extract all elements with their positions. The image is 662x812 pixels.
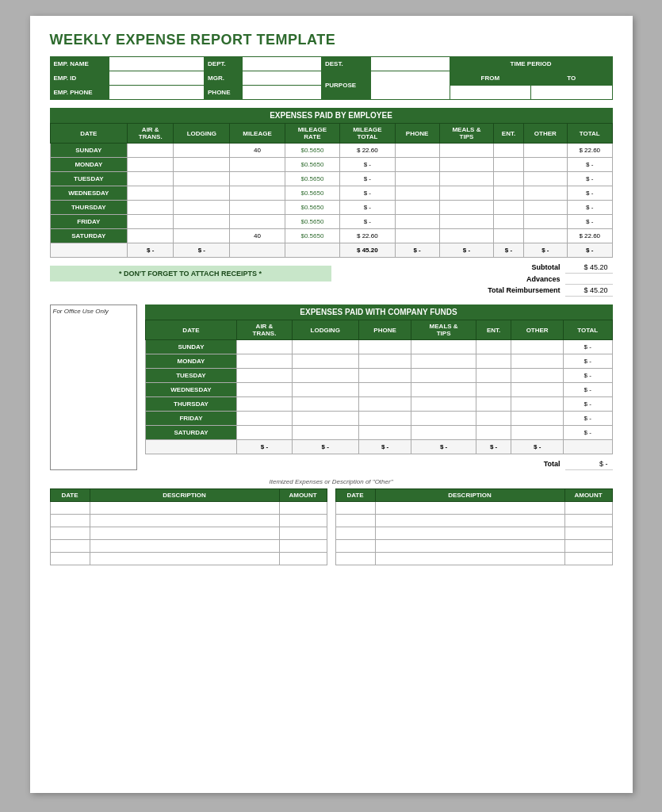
co-other-cell[interactable] [511,397,564,412]
lodging-cell[interactable] [174,172,230,186]
lodging-cell[interactable] [174,229,230,243]
item-date[interactable] [50,553,90,565]
ent-cell[interactable] [494,201,523,215]
co-air-cell[interactable] [237,383,292,397]
item-date[interactable] [335,515,375,527]
co-ent-cell[interactable] [476,397,511,412]
to-value[interactable] [531,86,612,100]
phone-value[interactable] [242,86,321,100]
lodging-cell[interactable] [174,158,230,172]
co-air-cell[interactable] [237,354,292,369]
co-air-cell[interactable] [237,426,292,440]
item-date[interactable] [50,515,90,527]
mileage-cell[interactable] [230,215,285,229]
phone-cell[interactable] [395,201,439,215]
co-lodging-cell[interactable] [292,354,358,369]
co-lodging-cell[interactable] [292,383,358,397]
item-amount[interactable] [564,515,612,527]
item-date[interactable] [335,540,375,553]
other-cell[interactable] [523,144,567,158]
item-desc[interactable] [375,527,564,540]
co-phone-cell[interactable] [358,397,411,412]
co-ent-cell[interactable] [476,426,511,440]
phone-cell[interactable] [395,172,439,186]
co-phone-cell[interactable] [358,412,411,426]
lodging-cell[interactable] [174,144,230,158]
ent-cell[interactable] [494,144,523,158]
co-phone-cell[interactable] [358,354,411,369]
co-phone-cell[interactable] [358,383,411,397]
lodging-cell[interactable] [174,201,230,215]
co-meals-cell[interactable] [411,340,476,354]
air-cell[interactable] [128,229,174,243]
item-desc[interactable] [90,515,279,527]
emp-id-value[interactable] [109,71,205,86]
item-amount[interactable] [564,540,612,553]
air-cell[interactable] [128,186,174,201]
co-other-cell[interactable] [511,340,564,354]
co-phone-cell[interactable] [358,340,411,354]
phone-cell[interactable] [395,158,439,172]
co-ent-cell[interactable] [476,383,511,397]
dept-value[interactable] [242,57,321,71]
co-meals-cell[interactable] [411,426,476,440]
co-meals-cell[interactable] [411,369,476,383]
co-lodging-cell[interactable] [292,426,358,440]
item-amount[interactable] [279,553,327,565]
co-ent-cell[interactable] [476,412,511,426]
meals-cell[interactable] [439,229,494,243]
ent-cell[interactable] [494,172,523,186]
mileage-cell[interactable] [230,201,285,215]
co-lodging-cell[interactable] [292,397,358,412]
ent-cell[interactable] [494,186,523,201]
item-desc[interactable] [375,515,564,527]
co-ent-cell[interactable] [476,354,511,369]
advances-value[interactable] [565,274,613,285]
air-cell[interactable] [128,201,174,215]
other-cell[interactable] [523,158,567,172]
co-meals-cell[interactable] [411,397,476,412]
lodging-cell[interactable] [174,215,230,229]
meals-cell[interactable] [439,158,494,172]
item-desc[interactable] [90,540,279,553]
item-amount[interactable] [279,502,327,515]
meals-cell[interactable] [439,186,494,201]
mileage-cell[interactable] [230,172,285,186]
air-cell[interactable] [128,158,174,172]
emp-name-value[interactable] [109,57,205,71]
co-other-cell[interactable] [511,354,564,369]
other-cell[interactable] [523,201,567,215]
co-phone-cell[interactable] [358,426,411,440]
item-amount[interactable] [279,540,327,553]
item-desc[interactable] [375,540,564,553]
co-air-cell[interactable] [237,412,292,426]
co-lodging-cell[interactable] [292,369,358,383]
meals-cell[interactable] [439,172,494,186]
item-amount[interactable] [279,515,327,527]
lodging-cell[interactable] [174,186,230,201]
phone-cell[interactable] [395,144,439,158]
item-desc[interactable] [90,502,279,515]
item-amount[interactable] [564,553,612,565]
co-ent-cell[interactable] [476,369,511,383]
item-date[interactable] [335,527,375,540]
item-date[interactable] [50,502,90,515]
item-amount[interactable] [564,502,612,515]
air-cell[interactable] [128,172,174,186]
other-cell[interactable] [523,215,567,229]
dest-value[interactable] [370,57,450,71]
item-amount[interactable] [564,527,612,540]
ent-cell[interactable] [494,229,523,243]
item-date[interactable] [335,502,375,515]
co-other-cell[interactable] [511,426,564,440]
co-air-cell[interactable] [237,340,292,354]
mileage-cell[interactable] [230,158,285,172]
item-desc[interactable] [90,553,279,565]
meals-cell[interactable] [439,215,494,229]
phone-cell[interactable] [395,215,439,229]
item-amount[interactable] [279,527,327,540]
emp-phone-value[interactable] [109,86,205,100]
co-air-cell[interactable] [237,397,292,412]
ent-cell[interactable] [494,158,523,172]
air-cell[interactable] [128,144,174,158]
